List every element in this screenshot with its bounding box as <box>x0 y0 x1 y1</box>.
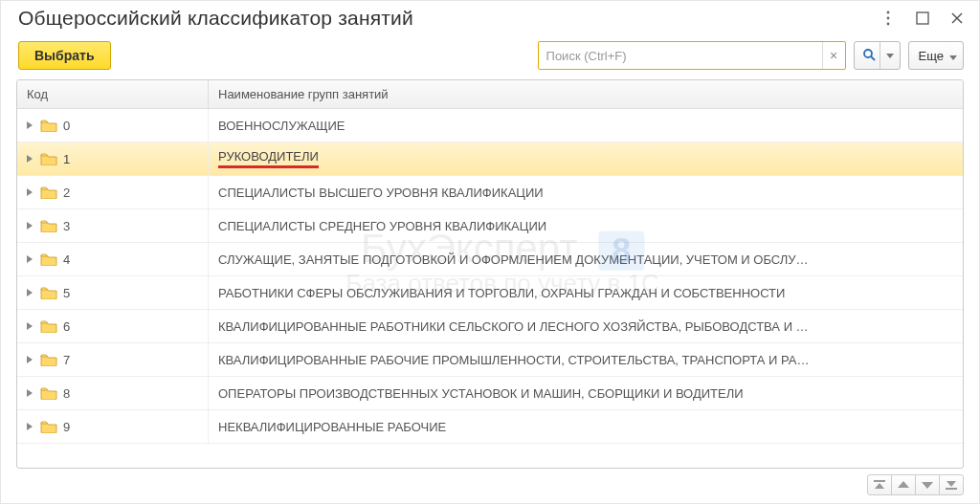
cell-name: ВОЕННОСЛУЖАЩИЕ <box>209 109 963 142</box>
code-value: 5 <box>63 286 70 300</box>
cell-code: 8 <box>17 377 209 409</box>
clear-search-icon[interactable]: × <box>822 42 845 69</box>
window-controls <box>880 10 966 27</box>
table-row[interactable]: 9НЕКВАЛИФИЦИРОВАННЫЕ РАБОЧИЕ <box>17 410 963 444</box>
code-value: 6 <box>63 319 70 334</box>
column-header-code[interactable]: Код <box>17 80 209 108</box>
expand-icon[interactable] <box>25 187 34 197</box>
cell-name: КВАЛИФИЦИРОВАННЫЕ РАБОЧИЕ ПРОМЫШЛЕННОСТИ… <box>209 343 963 376</box>
table: Код Наименование групп занятий 0ВОЕННОСЛ… <box>16 79 964 469</box>
folder-icon <box>40 252 57 266</box>
folder-icon <box>40 186 57 199</box>
kebab-icon[interactable] <box>880 10 897 27</box>
cell-name: СПЕЦИАЛИСТЫ СРЕДНЕГО УРОВНЯ КВАЛИФИКАЦИИ <box>209 209 963 242</box>
cell-code: 2 <box>17 176 209 208</box>
svg-marker-21 <box>875 483 884 489</box>
svg-marker-19 <box>27 423 33 430</box>
folder-icon <box>40 286 57 299</box>
svg-marker-24 <box>947 481 956 487</box>
svg-point-6 <box>864 50 872 57</box>
svg-marker-8 <box>886 54 894 58</box>
svg-point-2 <box>887 23 890 26</box>
table-row[interactable]: 3СПЕЦИАЛИСТЫ СРЕДНЕГО УРОВНЯ КВАЛИФИКАЦИ… <box>17 209 963 243</box>
name-value: КВАЛИФИЦИРОВАННЫЕ РАБОТНИКИ СЕЛЬСКОГО И … <box>218 319 809 334</box>
cell-code: 3 <box>17 209 209 242</box>
table-header: Код Наименование групп занятий <box>17 80 963 109</box>
table-row[interactable]: 6КВАЛИФИЦИРОВАННЫЕ РАБОТНИКИ СЕЛЬСКОГО И… <box>17 310 963 343</box>
more-button-label: Еще <box>919 49 944 63</box>
cell-name: ОПЕРАТОРЫ ПРОИЗВОДСТВЕННЫХ УСТАНОВОК И М… <box>209 377 963 409</box>
code-value: 7 <box>63 353 70 367</box>
name-value: СЛУЖАЩИЕ, ЗАНЯТЫЕ ПОДГОТОВКОЙ И ОФОРМЛЕН… <box>218 252 809 267</box>
table-row[interactable]: 4СЛУЖАЩИЕ, ЗАНЯТЫЕ ПОДГОТОВКОЙ И ОФОРМЛЕ… <box>17 243 963 276</box>
code-value: 9 <box>63 420 70 434</box>
code-value: 8 <box>63 386 70 401</box>
search-field-wrap: × <box>538 41 846 70</box>
table-row[interactable]: 7КВАЛИФИЦИРОВАННЫЕ РАБОЧИЕ ПРОМЫШЛЕННОСТ… <box>17 343 963 377</box>
nav-bottom-icon[interactable] <box>939 474 964 495</box>
table-row[interactable]: 1РУКОВОДИТЕЛИ <box>17 142 963 176</box>
close-icon[interactable] <box>948 10 966 27</box>
code-value: 3 <box>63 219 70 233</box>
svg-marker-9 <box>949 55 957 60</box>
svg-point-1 <box>887 17 890 20</box>
folder-icon <box>40 353 57 366</box>
expand-icon[interactable] <box>25 355 34 364</box>
expand-icon[interactable] <box>25 221 34 230</box>
search-dropdown-icon[interactable] <box>880 42 900 69</box>
maximize-icon[interactable] <box>914 10 931 27</box>
svg-marker-18 <box>27 389 33 397</box>
table-row[interactable]: 8ОПЕРАТОРЫ ПРОИЗВОДСТВЕННЫХ УСТАНОВОК И … <box>17 377 963 410</box>
svg-marker-13 <box>27 222 33 230</box>
table-row[interactable]: 2СПЕЦИАЛИСТЫ ВЫСШЕГО УРОВНЯ КВАЛИФИКАЦИИ <box>17 176 963 209</box>
code-value: 2 <box>63 186 70 200</box>
search-input[interactable] <box>539 45 822 67</box>
expand-icon[interactable] <box>25 254 34 264</box>
name-value: ОПЕРАТОРЫ ПРОИЗВОДСТВЕННЫХ УСТАНОВОК И М… <box>218 386 744 401</box>
cell-code: 1 <box>17 142 209 175</box>
cell-name: РАБОТНИКИ СФЕРЫ ОБСЛУЖИВАНИЯ И ТОРГОВЛИ,… <box>209 276 963 309</box>
folder-icon <box>40 319 57 333</box>
name-value: СПЕЦИАЛИСТЫ СРЕДНЕГО УРОВНЯ КВАЛИФИКАЦИИ <box>218 219 546 233</box>
svg-marker-11 <box>27 155 33 163</box>
nav-buttons <box>1 469 979 495</box>
expand-icon[interactable] <box>25 321 34 331</box>
expand-icon[interactable] <box>25 288 34 297</box>
table-row[interactable]: 5РАБОТНИКИ СФЕРЫ ОБСЛУЖИВАНИЯ И ТОРГОВЛИ… <box>17 276 963 310</box>
svg-rect-20 <box>874 480 885 482</box>
cell-name: КВАЛИФИЦИРОВАННЫЕ РАБОТНИКИ СЕЛЬСКОГО И … <box>209 310 963 342</box>
svg-marker-16 <box>27 322 33 330</box>
folder-icon <box>40 152 57 165</box>
toolbar: Выбрать × Еще <box>1 33 979 79</box>
column-header-name[interactable]: Наименование групп занятий <box>209 80 963 108</box>
svg-point-0 <box>887 11 890 14</box>
search-button[interactable] <box>854 41 901 70</box>
expand-icon[interactable] <box>25 121 34 130</box>
nav-down-icon[interactable] <box>915 474 940 495</box>
svg-line-7 <box>871 56 875 60</box>
folder-icon <box>40 420 57 433</box>
svg-marker-12 <box>27 188 33 196</box>
name-value: СПЕЦИАЛИСТЫ ВЫСШЕГО УРОВНЯ КВАЛИФИКАЦИИ <box>218 186 544 200</box>
dialog-window: Общероссийский классификатор занятий Выб… <box>0 0 980 504</box>
svg-rect-3 <box>917 12 928 24</box>
select-button[interactable]: Выбрать <box>18 41 111 70</box>
name-value: КВАЛИФИЦИРОВАННЫЕ РАБОЧИЕ ПРОМЫШЛЕННОСТИ… <box>218 353 810 367</box>
titlebar: Общероссийский классификатор занятий <box>1 1 979 33</box>
cell-name: СЛУЖАЩИЕ, ЗАНЯТЫЕ ПОДГОТОВКОЙ И ОФОРМЛЕН… <box>209 243 963 275</box>
nav-up-icon[interactable] <box>891 474 916 495</box>
expand-icon[interactable] <box>25 422 34 431</box>
nav-top-icon[interactable] <box>867 474 892 495</box>
more-dropdown-icon <box>949 49 957 63</box>
svg-marker-23 <box>922 482 933 489</box>
cell-name: РУКОВОДИТЕЛИ <box>209 142 963 175</box>
svg-marker-15 <box>27 289 33 296</box>
expand-icon[interactable] <box>25 154 34 164</box>
name-value: ВОЕННОСЛУЖАЩИЕ <box>218 119 345 133</box>
cell-name: НЕКВАЛИФИЦИРОВАННЫЕ РАБОЧИЕ <box>209 410 963 443</box>
code-value: 4 <box>63 252 70 267</box>
expand-icon[interactable] <box>25 388 34 398</box>
more-button[interactable]: Еще <box>908 41 964 70</box>
window-title: Общероссийский классификатор занятий <box>18 7 880 30</box>
table-row[interactable]: 0ВОЕННОСЛУЖАЩИЕ <box>17 109 963 142</box>
